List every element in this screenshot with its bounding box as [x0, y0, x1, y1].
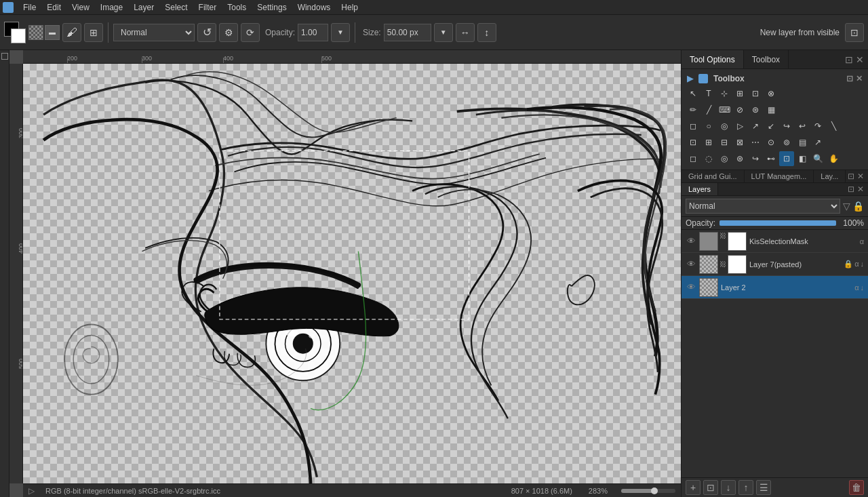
toolbox-config-icon[interactable]: ⊡: [846, 74, 853, 83]
add-layer-btn[interactable]: +: [686, 480, 701, 495]
refresh-btn[interactable]: ⟳: [241, 23, 260, 42]
tool-arrow-2[interactable]: ↙: [764, 119, 778, 134]
layer-props-btn[interactable]: ☰: [756, 480, 771, 495]
tab-tool-options[interactable]: Tool Options: [682, 50, 744, 68]
docked-float-icon[interactable]: ⊡: [848, 172, 854, 181]
tool-burn[interactable]: ⊙: [764, 135, 778, 150]
tool-dynamic[interactable]: ⊹: [717, 86, 732, 101]
canvas-content[interactable]: [23, 64, 681, 483]
layers-blend-select[interactable]: Normal: [686, 199, 840, 214]
docked-tab-lay[interactable]: Lay...: [814, 170, 846, 182]
drawing-canvas[interactable]: [23, 64, 681, 483]
tool-arrow-1[interactable]: ↗: [748, 119, 763, 134]
tool-spiral[interactable]: ↩: [795, 119, 810, 134]
color-selector[interactable]: [4, 22, 26, 43]
move-down-btn[interactable]: ↓: [721, 480, 736, 495]
tool-curve[interactable]: ↷: [810, 119, 825, 134]
layers-float-icon[interactable]: ⊡: [848, 184, 854, 194]
tool-free-sel[interactable]: ◎: [717, 151, 732, 166]
tool-scale[interactable]: ⊡: [686, 135, 701, 150]
move-up-btn[interactable]: ↑: [738, 480, 753, 495]
tool-heal[interactable]: ⊚: [779, 135, 794, 150]
menu-settings[interactable]: Settings: [252, 1, 292, 14]
flip-v-btn[interactable]: ↕: [477, 23, 496, 42]
zoom-slider[interactable]: [621, 489, 675, 493]
tool-rect-sel[interactable]: ◻: [686, 151, 701, 166]
tool-ink[interactable]: ⊛: [748, 102, 763, 117]
layers-close-icon[interactable]: ✕: [857, 184, 864, 194]
tool-transform[interactable]: ⊡: [748, 86, 763, 101]
tool-by-color[interactable]: ↪: [748, 151, 763, 166]
toolbox-close-icon[interactable]: ✕: [856, 74, 863, 83]
docked-close-icon[interactable]: ✕: [857, 172, 864, 181]
tool-pan[interactable]: ✋: [826, 151, 841, 166]
layers-lock-icon[interactable]: 🔒: [852, 201, 864, 212]
gradient-display[interactable]: ▬: [45, 25, 60, 40]
layers-tab-main[interactable]: Layers: [682, 183, 718, 195]
tool-ellipse-sel[interactable]: ◌: [701, 151, 716, 166]
menu-help[interactable]: Help: [336, 1, 363, 14]
tool-zoom[interactable]: 🔍: [810, 151, 825, 166]
layer-vis-kisselectionmask[interactable]: 👁: [686, 236, 696, 247]
tool-scissors[interactable]: ⊷: [764, 151, 778, 166]
opacity-expand[interactable]: ▼: [331, 23, 350, 42]
background-color[interactable]: [11, 28, 26, 43]
duplicate-layer-btn[interactable]: ⊡: [703, 480, 718, 495]
layers-filter-icon[interactable]: ▽: [843, 201, 850, 212]
layer-vis-layer2[interactable]: 👁: [686, 282, 696, 293]
menu-windows[interactable]: Windows: [292, 1, 336, 14]
tool-ellipse[interactable]: ○: [701, 119, 716, 134]
size-expand[interactable]: ▼: [434, 23, 453, 42]
menu-image[interactable]: Image: [95, 1, 128, 14]
tab-toolbox[interactable]: Toolbox: [744, 50, 789, 68]
docked-tab-lut[interactable]: LUT Managem...: [745, 170, 814, 182]
pattern-display[interactable]: [28, 25, 43, 40]
grid-tool[interactable]: ⊞: [84, 23, 103, 42]
tool-smudge[interactable]: ↗: [810, 135, 825, 150]
tool-rect[interactable]: ◻: [686, 119, 701, 134]
left-tool-indicator[interactable]: [1, 53, 8, 60]
tool-free-select[interactable]: ↖: [686, 86, 701, 101]
tool-airbrush[interactable]: ⊘: [732, 102, 747, 117]
blend-mode-select[interactable]: Normal: [113, 24, 195, 41]
tool-text[interactable]: T: [701, 86, 716, 101]
panel-close-icon[interactable]: ✕: [856, 54, 864, 65]
tool-free[interactable]: ◎: [717, 119, 732, 134]
menu-tools[interactable]: Tools: [222, 1, 252, 14]
tool-dodge[interactable]: ⋯: [748, 135, 763, 150]
tool-flip[interactable]: ⊠: [732, 135, 747, 150]
menu-layer[interactable]: Layer: [128, 1, 159, 14]
tool-eraser[interactable]: ⌨: [717, 102, 732, 117]
reset-btn[interactable]: ↺: [197, 23, 216, 42]
menu-select[interactable]: Select: [159, 1, 193, 14]
menu-edit[interactable]: Edit: [41, 1, 66, 14]
paintbrush-tool[interactable]: 🖌: [62, 23, 81, 42]
tool-fill[interactable]: ▦: [764, 102, 778, 117]
flip-h-btn[interactable]: ↔: [456, 23, 475, 42]
panel-float-icon[interactable]: ⊡: [845, 54, 853, 65]
new-layer-expand[interactable]: ⊡: [845, 23, 864, 42]
layer-item-layer2[interactable]: 👁 Layer 2 α ↓: [682, 276, 868, 299]
tool-shear[interactable]: ⊞: [701, 135, 716, 150]
tool-foreground-sel[interactable]: ⊡: [779, 151, 794, 166]
tool-crop[interactable]: ⊗: [764, 86, 778, 101]
tool-perspective[interactable]: ⊟: [717, 135, 732, 150]
delete-layer-btn[interactable]: 🗑: [849, 480, 864, 495]
layer-item-kisselectionmask[interactable]: 👁 ⛓ KisSelectionMask α: [682, 230, 868, 253]
tool-bezier[interactable]: ↪: [779, 119, 794, 134]
tool-line[interactable]: ╲: [826, 119, 841, 134]
menu-view[interactable]: View: [66, 1, 95, 14]
menu-file[interactable]: File: [18, 1, 41, 14]
menu-filter[interactable]: Filter: [193, 1, 222, 14]
tool-paintbrush[interactable]: ╱: [701, 102, 716, 117]
layer-item-layer7[interactable]: 👁 ⛓ Layer 7(pasted) 🔒 α ↓: [682, 253, 868, 276]
tool-clone[interactable]: ▤: [795, 135, 810, 150]
size-input[interactable]: [384, 24, 431, 41]
tool-grid[interactable]: ⊞: [732, 86, 747, 101]
zoom-slider-thumb[interactable]: [651, 488, 658, 494]
docked-tab-grid[interactable]: Grid and Gui...: [682, 170, 745, 182]
settings-btn[interactable]: ⚙: [219, 23, 238, 42]
tool-pencil[interactable]: ✏: [686, 102, 701, 117]
layer-vis-layer7[interactable]: 👁: [686, 259, 696, 270]
opacity-input[interactable]: [298, 24, 328, 41]
